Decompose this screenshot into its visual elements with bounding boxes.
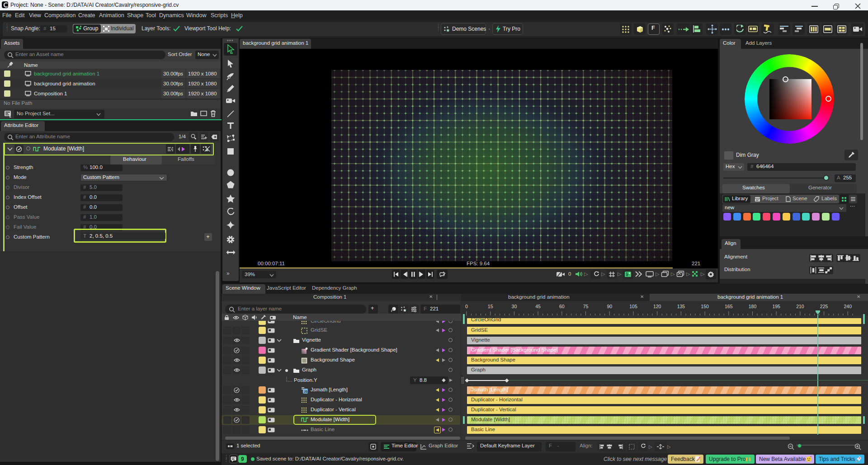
svg-text:JS: JS bbox=[304, 390, 308, 393]
